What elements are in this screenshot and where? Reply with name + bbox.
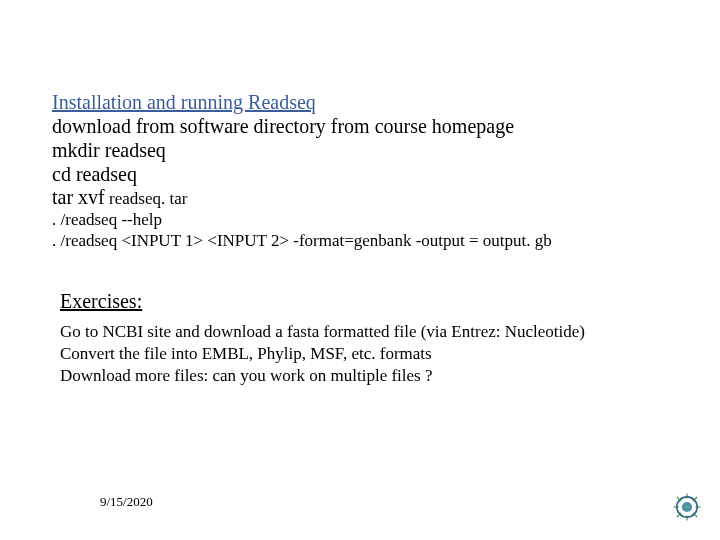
slide-content: Installation and running Readseq downloa… bbox=[0, 0, 720, 387]
install-line-mkdir: mkdir readseq bbox=[52, 138, 670, 162]
footer-date: 9/15/2020 bbox=[100, 494, 153, 510]
install-line-tar: tar xvf readseq. tar bbox=[52, 186, 670, 209]
section-heading: Installation and running Readseq bbox=[52, 90, 670, 114]
logo-badge-icon bbox=[670, 490, 704, 524]
exercise-3: Download more files: can you work on mul… bbox=[60, 365, 670, 387]
exercise-2: Convert the file into EMBL, Phylip, MSF,… bbox=[60, 343, 670, 365]
exercises-title: Exercises: bbox=[60, 290, 670, 313]
install-line-help: . /readseq --help bbox=[52, 209, 670, 230]
tar-args: readseq. tar bbox=[105, 189, 188, 208]
tar-cmd: tar xvf bbox=[52, 186, 105, 208]
exercise-1: Go to NCBI site and download a fasta for… bbox=[60, 321, 670, 343]
exercises-block: Exercises: Go to NCBI site and download … bbox=[52, 290, 670, 387]
install-line-cmd: . /readseq <INPUT 1> <INPUT 2> -format=g… bbox=[52, 230, 670, 251]
install-line-download: download from software directory from co… bbox=[52, 114, 670, 138]
install-line-cd: cd readseq bbox=[52, 162, 670, 186]
